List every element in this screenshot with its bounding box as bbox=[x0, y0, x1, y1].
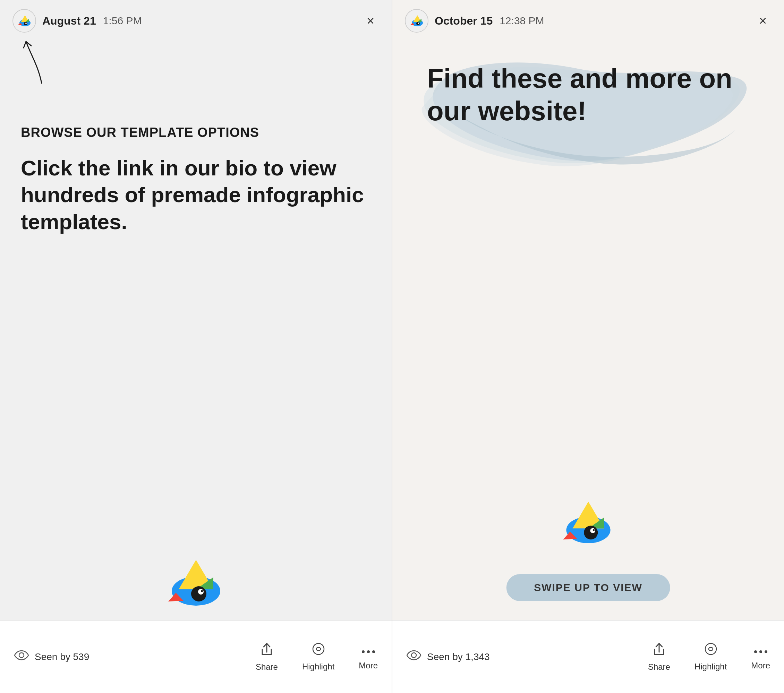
left-close-button[interactable]: × bbox=[362, 12, 379, 30]
right-header-info: October 15 12:38 PM bbox=[435, 15, 754, 27]
svg-point-32 bbox=[590, 528, 595, 533]
find-text: Find these and more on our website! bbox=[427, 62, 749, 127]
left-seen-by: Seen by 539 bbox=[14, 649, 90, 664]
left-header-time: 1:56 PM bbox=[103, 15, 142, 27]
svg-point-13 bbox=[201, 590, 203, 592]
right-share-button[interactable]: Share bbox=[648, 642, 670, 672]
right-highlight-button[interactable]: Highlight bbox=[695, 642, 727, 672]
left-eye-icon bbox=[14, 649, 29, 664]
swipe-up-label: SWIPE UP TO VIEW bbox=[534, 582, 642, 593]
right-highlight-icon bbox=[704, 642, 718, 659]
svg-point-39 bbox=[764, 650, 768, 653]
right-share-icon bbox=[652, 642, 666, 659]
right-header-time: 12:38 PM bbox=[499, 15, 544, 27]
svg-point-34 bbox=[412, 653, 416, 658]
right-eye-icon bbox=[406, 649, 422, 664]
left-story-content: BROWSE OUR TEMPLATE OPTIONS Click the li… bbox=[0, 0, 392, 693]
swipe-up-button[interactable]: SWIPE UP TO VIEW bbox=[506, 574, 670, 601]
right-highlight-label: Highlight bbox=[695, 662, 727, 672]
svg-point-12 bbox=[198, 589, 204, 594]
svg-point-16 bbox=[313, 644, 324, 655]
svg-point-14 bbox=[19, 653, 24, 658]
right-logo bbox=[553, 489, 623, 547]
left-footer-actions: Share Highlight bbox=[90, 642, 378, 672]
left-header: August 21 1:56 PM × bbox=[0, 0, 392, 42]
left-more-label: More bbox=[359, 661, 378, 670]
browse-body: Click the link in our bio to view hundre… bbox=[21, 154, 371, 235]
right-footer-actions: Share Highlight bbox=[490, 642, 770, 672]
left-header-date: August 21 bbox=[42, 15, 96, 27]
left-share-button[interactable]: Share bbox=[256, 642, 278, 672]
svg-point-18 bbox=[367, 650, 370, 653]
right-seen-by: Seen by 1,343 bbox=[406, 649, 490, 664]
svg-point-31 bbox=[584, 525, 598, 539]
left-footer: Seen by 539 Share bbox=[0, 620, 392, 693]
left-highlight-icon bbox=[311, 642, 325, 659]
browse-title: BROWSE OUR TEMPLATE OPTIONS bbox=[21, 125, 371, 141]
left-seen-text: Seen by 539 bbox=[35, 651, 89, 662]
svg-point-38 bbox=[759, 650, 762, 653]
svg-point-37 bbox=[754, 650, 757, 653]
svg-point-6 bbox=[25, 23, 27, 24]
svg-point-17 bbox=[362, 650, 365, 653]
left-logo-large bbox=[158, 546, 234, 610]
right-more-label: More bbox=[751, 661, 770, 670]
left-story-panel: August 21 1:56 PM × BROWSE OUR TEMPLATE … bbox=[0, 0, 392, 693]
svg-point-11 bbox=[191, 586, 206, 601]
svg-point-33 bbox=[593, 529, 594, 531]
right-footer: Seen by 1,343 Share bbox=[392, 620, 784, 693]
right-header: October 15 12:38 PM × bbox=[392, 0, 784, 42]
right-content: October 15 12:38 PM × Find these and mor… bbox=[392, 0, 784, 693]
left-highlight-button[interactable]: Highlight bbox=[302, 642, 334, 672]
right-more-button[interactable]: More bbox=[751, 643, 770, 670]
left-more-button[interactable]: More bbox=[359, 643, 378, 670]
left-more-icon bbox=[361, 643, 376, 658]
left-highlight-label: Highlight bbox=[302, 662, 334, 672]
right-avatar[interactable] bbox=[405, 9, 428, 33]
svg-point-26 bbox=[418, 23, 419, 24]
svg-point-36 bbox=[705, 644, 716, 655]
right-more-icon bbox=[753, 643, 768, 658]
left-header-info: August 21 1:56 PM bbox=[42, 15, 362, 27]
right-close-button[interactable]: × bbox=[754, 12, 771, 30]
right-seen-text: Seen by 1,343 bbox=[427, 651, 490, 662]
left-share-icon bbox=[260, 642, 273, 659]
svg-point-19 bbox=[372, 650, 375, 653]
right-share-label: Share bbox=[648, 662, 670, 672]
right-header-date: October 15 bbox=[435, 15, 492, 27]
left-share-label: Share bbox=[256, 662, 278, 672]
right-story-panel: October 15 12:38 PM × Find these and mor… bbox=[392, 0, 784, 693]
left-avatar[interactable] bbox=[13, 9, 36, 33]
